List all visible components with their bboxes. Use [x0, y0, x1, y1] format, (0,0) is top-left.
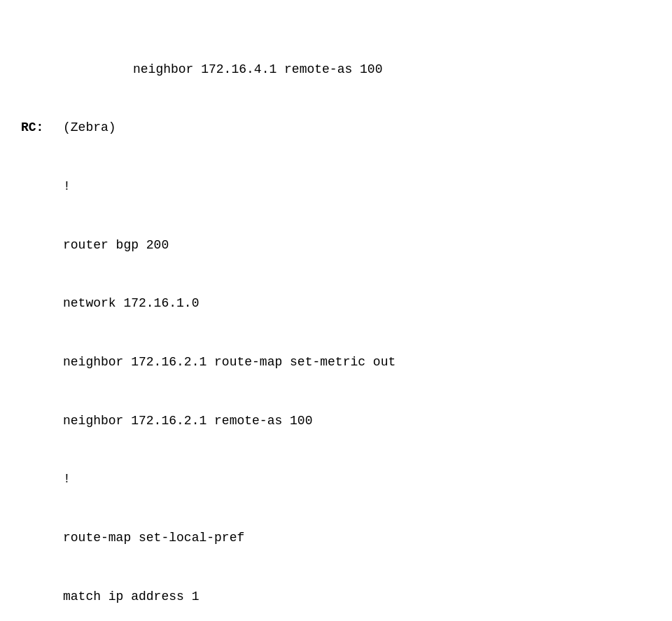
line-indent — [63, 60, 133, 80]
line-text: neighbor 172.16.2.1 remote-as 100 — [63, 412, 312, 431]
line-label — [21, 236, 63, 256]
line-text: neighbor 172.16.4.1 remote-as 100 — [133, 60, 382, 80]
line-neighbor-21-routemap: neighbor 172.16.2.1 route-map set-metric… — [21, 353, 651, 372]
line-text: router bgp 200 — [63, 236, 169, 256]
line-text: match ip address 1 — [63, 587, 199, 607]
line-match-ip-1: match ip address 1 — [21, 587, 651, 607]
main-content: neighbor 172.16.4.1 remote-as 100 RC: (Z… — [21, 14, 651, 621]
line-rc-label: RC: (Zebra) — [21, 118, 651, 138]
line-label — [21, 353, 63, 372]
line-text: neighbor 172.16.2.1 route-map set-metric… — [63, 353, 396, 372]
line-exclaim-1: ! — [21, 177, 651, 197]
line-label — [21, 177, 63, 197]
line-network-rc: network 172.16.1.0 — [21, 294, 651, 314]
line-label — [21, 60, 63, 80]
line-text: (Zebra) — [63, 118, 116, 138]
line-label — [21, 412, 63, 431]
line-text: ! — [63, 177, 71, 197]
code-display: neighbor 172.16.4.1 remote-as 100 RC: (Z… — [21, 21, 651, 621]
line-router-bgp-rc: router bgp 200 — [21, 236, 651, 256]
line-text: route-map set-local-pref — [63, 529, 244, 548]
line-label — [21, 529, 63, 548]
line-neighbor-4: neighbor 172.16.4.1 remote-as 100 — [21, 60, 651, 80]
line-text: ! — [63, 470, 71, 489]
line-exclaim-2: ! — [21, 470, 651, 489]
rc-label: RC: — [21, 118, 63, 138]
line-routemap-setlocalpref: route-map set-local-pref — [21, 529, 651, 548]
line-label — [21, 470, 63, 489]
line-neighbor-21-remoteas: neighbor 172.16.2.1 remote-as 100 — [21, 412, 651, 431]
line-text: network 172.16.1.0 — [63, 294, 199, 314]
line-label — [21, 587, 63, 607]
line-label — [21, 294, 63, 314]
